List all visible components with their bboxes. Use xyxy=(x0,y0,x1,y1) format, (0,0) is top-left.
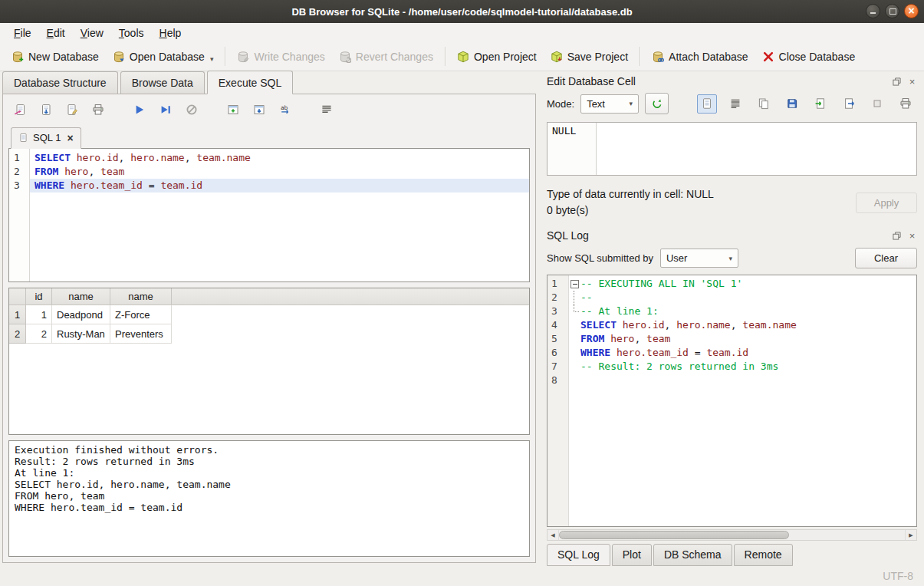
sql-log-filter-row: Show SQL submitted by User ▾ Clear xyxy=(540,245,924,270)
tab-close-icon[interactable]: × xyxy=(67,133,73,143)
tab-execute-sql[interactable]: Execute SQL xyxy=(207,71,294,94)
sql-editor[interactable]: 123 SELECT hero.id, hero.name, team.name… xyxy=(8,148,530,282)
save-project-button[interactable]: Save Project xyxy=(544,46,635,67)
apply-button: Apply xyxy=(856,193,917,213)
dock-tab-db-schema[interactable]: DB Schema xyxy=(653,544,732,566)
dock-tab-remote[interactable]: Remote xyxy=(734,544,793,566)
toolbar-item-label: New Database xyxy=(28,51,99,63)
log-line: -- xyxy=(569,291,916,305)
undock-sql-log-icon[interactable] xyxy=(892,231,902,241)
chevron-down-icon: ▾ xyxy=(728,255,732,262)
scrollbar-thumb[interactable] xyxy=(559,531,789,539)
sql-log-dock-controls: × xyxy=(892,231,917,241)
save-sql-file-icon[interactable] xyxy=(36,100,56,119)
maximize-icon[interactable] xyxy=(885,4,899,18)
editor-code[interactable]: SELECT hero.id, hero.name, team.nameFROM… xyxy=(30,149,529,281)
column-header[interactable]: id xyxy=(26,288,52,305)
set-null-icon[interactable] xyxy=(867,94,887,114)
open-database-button[interactable]: Open Database▾ xyxy=(106,46,221,67)
toolbar-separator xyxy=(445,47,446,66)
save-sql-as-icon[interactable] xyxy=(62,100,82,119)
find-replace-icon[interactable]: ab xyxy=(275,100,295,119)
cell-editor-gutter: NULL xyxy=(547,123,597,175)
dock-tab-sql-log[interactable]: SQL Log xyxy=(547,544,610,566)
mode-select[interactable]: Text ▾ xyxy=(580,94,639,114)
menu-view[interactable]: View xyxy=(73,25,111,41)
title-bar[interactable]: DB Browser for SQLite - /home/user/code/… xyxy=(0,0,924,23)
tab-database-structure[interactable]: Database Structure xyxy=(2,71,118,94)
execute-sql-pane: ab SQL 1 × 123 SELECT hero.id, hero.name… xyxy=(2,94,536,563)
project-save-icon xyxy=(551,51,563,63)
open-tab-icon[interactable] xyxy=(249,100,269,119)
main-area: Database StructureBrowse DataExecute SQL… xyxy=(0,71,924,566)
table-cell[interactable]: Rusty-Man xyxy=(52,324,110,344)
attach-database-button[interactable]: Attach Database xyxy=(645,46,755,67)
line-number: 8 xyxy=(547,374,568,387)
log-code: -- EXECUTING ALL IN 'SQL 1'---- At line … xyxy=(569,275,916,526)
clear-button[interactable]: Clear xyxy=(855,248,917,268)
log-hscrollbar[interactable]: ◀ ▶ xyxy=(547,529,917,541)
execution-log[interactable]: Execution finished without errors. Resul… xyxy=(8,440,530,557)
dock-tab-plot[interactable]: Plot xyxy=(612,544,652,566)
word-wrap-icon[interactable] xyxy=(725,94,745,114)
open-sql-file-icon[interactable] xyxy=(10,100,30,119)
sql-tab-bar: SQL 1 × xyxy=(8,127,530,148)
undock-edit-cell-icon[interactable] xyxy=(892,77,902,87)
text-view-icon[interactable] xyxy=(697,94,717,114)
cell-editor-content[interactable] xyxy=(597,123,916,175)
tab-browse-data[interactable]: Browse Data xyxy=(120,71,205,94)
execute-current-line-icon[interactable] xyxy=(156,100,176,119)
new-tab-icon[interactable] xyxy=(223,100,243,119)
new-database-button[interactable]: New Database xyxy=(5,46,106,67)
row-number[interactable]: 2 xyxy=(9,324,26,344)
sql-log-header: SQL Log × xyxy=(540,225,924,245)
menu-bar: FileEditViewToolsHelp xyxy=(0,23,924,42)
print-cell-icon[interactable] xyxy=(896,94,916,114)
execute-all-icon[interactable] xyxy=(130,100,150,119)
menu-edit[interactable]: Edit xyxy=(39,25,73,41)
menu-tools[interactable]: Tools xyxy=(111,25,152,41)
table-cell[interactable]: 1 xyxy=(26,305,52,324)
close-window-icon[interactable]: × xyxy=(904,4,919,18)
column-header[interactable]: name xyxy=(110,288,172,305)
submitter-select[interactable]: User ▾ xyxy=(660,249,738,268)
import-data-button[interactable] xyxy=(645,93,669,114)
save-cell-icon[interactable] xyxy=(782,94,802,114)
cell-editor[interactable]: NULL xyxy=(547,122,917,176)
column-header[interactable]: name xyxy=(52,288,110,305)
collapse-icon[interactable] xyxy=(569,277,580,291)
app-window: DB Browser for SQLite - /home/user/code/… xyxy=(0,0,924,586)
close-database-button[interactable]: Close Database xyxy=(755,46,863,67)
menu-help[interactable]: Help xyxy=(152,25,189,41)
code-line: FROM hero, team xyxy=(30,165,529,179)
table-cell[interactable]: Preventers xyxy=(110,324,172,344)
row-number[interactable]: 1 xyxy=(9,305,26,324)
toolbar-item-label: Open Project xyxy=(474,51,537,63)
table-cell[interactable]: Z-Force xyxy=(110,305,172,324)
table-cell[interactable]: Deadpond xyxy=(52,305,110,324)
export-cell-icon[interactable] xyxy=(839,94,859,114)
import-cell-icon[interactable] xyxy=(811,94,830,114)
sql-log-view[interactable]: 12345678 -- EXECUTING ALL IN 'SQL 1'----… xyxy=(547,275,917,527)
toolbar-gap xyxy=(208,110,217,110)
scroll-right-icon[interactable]: ▶ xyxy=(905,530,916,540)
main-tab-bar: Database StructureBrowse DataExecute SQL xyxy=(0,71,538,94)
scroll-left-icon[interactable]: ◀ xyxy=(547,530,559,540)
mode-label: Mode: xyxy=(547,98,574,110)
minimize-icon[interactable] xyxy=(866,4,880,18)
toolbar-item-label: Close Database xyxy=(779,51,856,63)
window-controls: × xyxy=(866,4,919,18)
close-sql-log-icon[interactable]: × xyxy=(907,231,917,241)
copy-cell-icon[interactable] xyxy=(754,94,774,114)
sql-editor-tab[interactable]: SQL 1 × xyxy=(11,127,81,149)
toolbar-separator xyxy=(225,47,225,66)
open-project-button[interactable]: Open Project xyxy=(450,46,544,67)
close-edit-cell-icon[interactable]: × xyxy=(907,77,917,87)
menu-file[interactable]: File xyxy=(6,25,39,41)
tree-guide xyxy=(569,360,580,374)
table-cell[interactable]: 2 xyxy=(26,324,52,344)
print-sql-icon[interactable] xyxy=(88,100,108,119)
auto-format-icon[interactable] xyxy=(317,100,337,119)
toolbar-gap xyxy=(301,110,311,110)
toolbar-dropdown-icon[interactable]: ▾ xyxy=(210,55,214,63)
